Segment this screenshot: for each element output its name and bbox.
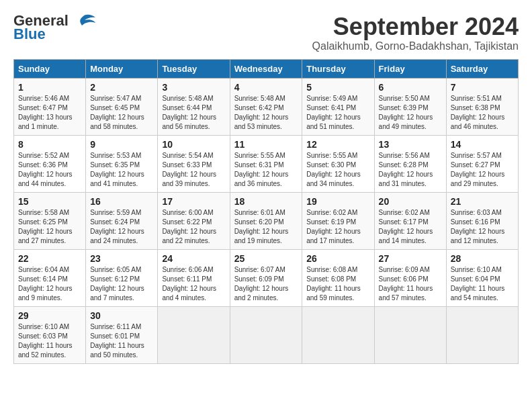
calendar-cell: 22Sunrise: 6:04 AM Sunset: 6:14 PM Dayli… bbox=[14, 249, 86, 306]
day-info: Sunrise: 6:00 AM Sunset: 6:22 PM Dayligh… bbox=[162, 208, 225, 246]
day-number: 4 bbox=[234, 82, 298, 93]
calendar-cell: 9Sunrise: 5:53 AM Sunset: 6:35 PM Daylig… bbox=[86, 135, 158, 192]
weekday-header-row: SundayMondayTuesdayWednesdayThursdayFrid… bbox=[14, 59, 519, 78]
day-info: Sunrise: 5:51 AM Sunset: 6:38 PM Dayligh… bbox=[451, 94, 514, 132]
day-number: 9 bbox=[90, 139, 153, 150]
calendar-cell: 24Sunrise: 6:06 AM Sunset: 6:11 PM Dayli… bbox=[158, 249, 230, 306]
day-number: 24 bbox=[162, 253, 225, 264]
calendar-cell: 15Sunrise: 5:58 AM Sunset: 6:25 PM Dayli… bbox=[14, 192, 86, 249]
day-info: Sunrise: 5:57 AM Sunset: 6:27 PM Dayligh… bbox=[451, 151, 514, 189]
day-number: 16 bbox=[90, 196, 153, 207]
day-info: Sunrise: 6:02 AM Sunset: 6:19 PM Dayligh… bbox=[306, 208, 369, 246]
day-info: Sunrise: 5:53 AM Sunset: 6:35 PM Dayligh… bbox=[90, 151, 153, 189]
location: Qalaikhumb, Gorno-Badakhshan, Tajikistan bbox=[312, 40, 519, 52]
calendar-cell: 1Sunrise: 5:46 AM Sunset: 6:47 PM Daylig… bbox=[14, 78, 86, 135]
month-title: September 2024 bbox=[312, 13, 519, 40]
day-info: Sunrise: 5:56 AM Sunset: 6:28 PM Dayligh… bbox=[379, 151, 442, 189]
calendar-cell: 6Sunrise: 5:50 AM Sunset: 6:39 PM Daylig… bbox=[374, 78, 446, 135]
calendar-cell: 4Sunrise: 5:48 AM Sunset: 6:42 PM Daylig… bbox=[230, 78, 302, 135]
day-info: Sunrise: 5:50 AM Sunset: 6:39 PM Dayligh… bbox=[379, 94, 442, 132]
calendar-cell: 18Sunrise: 6:01 AM Sunset: 6:20 PM Dayli… bbox=[230, 192, 302, 249]
day-info: Sunrise: 6:11 AM Sunset: 6:01 PM Dayligh… bbox=[90, 322, 153, 360]
day-info: Sunrise: 5:58 AM Sunset: 6:25 PM Dayligh… bbox=[18, 208, 81, 246]
calendar-cell: 20Sunrise: 6:02 AM Sunset: 6:17 PM Dayli… bbox=[374, 192, 446, 249]
day-info: Sunrise: 6:01 AM Sunset: 6:20 PM Dayligh… bbox=[234, 208, 298, 246]
day-info: Sunrise: 5:48 AM Sunset: 6:44 PM Dayligh… bbox=[162, 94, 225, 132]
day-number: 26 bbox=[306, 253, 369, 264]
calendar-cell bbox=[158, 306, 230, 363]
logo-bird-icon bbox=[71, 13, 95, 28]
calendar-cell: 26Sunrise: 6:08 AM Sunset: 6:08 PM Dayli… bbox=[302, 249, 374, 306]
day-info: Sunrise: 6:05 AM Sunset: 6:12 PM Dayligh… bbox=[90, 265, 153, 303]
calendar-body: 1Sunrise: 5:46 AM Sunset: 6:47 PM Daylig… bbox=[14, 78, 519, 363]
day-number: 23 bbox=[90, 253, 153, 264]
day-number: 27 bbox=[379, 253, 442, 264]
day-number: 18 bbox=[234, 196, 298, 207]
calendar-cell: 19Sunrise: 6:02 AM Sunset: 6:19 PM Dayli… bbox=[302, 192, 374, 249]
day-number: 22 bbox=[18, 253, 81, 264]
day-info: Sunrise: 5:46 AM Sunset: 6:47 PM Dayligh… bbox=[18, 94, 81, 132]
day-number: 14 bbox=[451, 139, 514, 150]
calendar-cell bbox=[302, 306, 374, 363]
calendar-cell: 11Sunrise: 5:55 AM Sunset: 6:31 PM Dayli… bbox=[230, 135, 302, 192]
weekday-header-saturday: Saturday bbox=[446, 59, 518, 78]
day-number: 8 bbox=[18, 139, 81, 150]
day-info: Sunrise: 5:55 AM Sunset: 6:30 PM Dayligh… bbox=[306, 151, 369, 189]
day-number: 15 bbox=[18, 196, 81, 207]
calendar-cell: 23Sunrise: 6:05 AM Sunset: 6:12 PM Dayli… bbox=[86, 249, 158, 306]
calendar-cell: 27Sunrise: 6:09 AM Sunset: 6:06 PM Dayli… bbox=[374, 249, 446, 306]
calendar-cell: 13Sunrise: 5:56 AM Sunset: 6:28 PM Dayli… bbox=[374, 135, 446, 192]
calendar-cell: 25Sunrise: 6:07 AM Sunset: 6:09 PM Dayli… bbox=[230, 249, 302, 306]
day-info: Sunrise: 5:52 AM Sunset: 6:36 PM Dayligh… bbox=[18, 151, 81, 189]
day-number: 17 bbox=[162, 196, 225, 207]
day-number: 29 bbox=[18, 310, 81, 321]
day-number: 5 bbox=[306, 82, 369, 93]
day-info: Sunrise: 6:10 AM Sunset: 6:03 PM Dayligh… bbox=[18, 322, 81, 360]
day-info: Sunrise: 5:49 AM Sunset: 6:41 PM Dayligh… bbox=[306, 94, 369, 132]
page-header: General Blue September 2024 Qalaikhumb, … bbox=[13, 13, 519, 52]
day-info: Sunrise: 6:09 AM Sunset: 6:06 PM Dayligh… bbox=[379, 265, 442, 303]
day-info: Sunrise: 6:04 AM Sunset: 6:14 PM Dayligh… bbox=[18, 265, 81, 303]
day-info: Sunrise: 5:47 AM Sunset: 6:45 PM Dayligh… bbox=[90, 94, 153, 132]
day-info: Sunrise: 6:08 AM Sunset: 6:08 PM Dayligh… bbox=[306, 265, 369, 303]
week-row-4: 22Sunrise: 6:04 AM Sunset: 6:14 PM Dayli… bbox=[14, 249, 519, 306]
logo-blue-text: Blue bbox=[13, 27, 46, 42]
week-row-1: 1Sunrise: 5:46 AM Sunset: 6:47 PM Daylig… bbox=[14, 78, 519, 135]
day-number: 10 bbox=[162, 139, 225, 150]
calendar-cell: 8Sunrise: 5:52 AM Sunset: 6:36 PM Daylig… bbox=[14, 135, 86, 192]
calendar-cell: 3Sunrise: 5:48 AM Sunset: 6:44 PM Daylig… bbox=[158, 78, 230, 135]
calendar-cell: 21Sunrise: 6:03 AM Sunset: 6:16 PM Dayli… bbox=[446, 192, 518, 249]
calendar-cell: 28Sunrise: 6:10 AM Sunset: 6:04 PM Dayli… bbox=[446, 249, 518, 306]
day-number: 2 bbox=[90, 82, 153, 93]
day-number: 3 bbox=[162, 82, 225, 93]
logo: General Blue bbox=[13, 13, 95, 42]
calendar-cell bbox=[230, 306, 302, 363]
day-number: 28 bbox=[451, 253, 514, 264]
day-info: Sunrise: 5:48 AM Sunset: 6:42 PM Dayligh… bbox=[234, 94, 298, 132]
day-info: Sunrise: 6:02 AM Sunset: 6:17 PM Dayligh… bbox=[379, 208, 442, 246]
calendar-cell bbox=[446, 306, 518, 363]
calendar-cell: 12Sunrise: 5:55 AM Sunset: 6:30 PM Dayli… bbox=[302, 135, 374, 192]
weekday-header-wednesday: Wednesday bbox=[230, 59, 302, 78]
day-info: Sunrise: 6:06 AM Sunset: 6:11 PM Dayligh… bbox=[162, 265, 225, 303]
weekday-header-tuesday: Tuesday bbox=[158, 59, 230, 78]
calendar-cell: 7Sunrise: 5:51 AM Sunset: 6:38 PM Daylig… bbox=[446, 78, 518, 135]
calendar-cell: 30Sunrise: 6:11 AM Sunset: 6:01 PM Dayli… bbox=[86, 306, 158, 363]
day-info: Sunrise: 5:54 AM Sunset: 6:33 PM Dayligh… bbox=[162, 151, 225, 189]
day-info: Sunrise: 6:10 AM Sunset: 6:04 PM Dayligh… bbox=[451, 265, 514, 303]
day-number: 7 bbox=[451, 82, 514, 93]
calendar-cell: 16Sunrise: 5:59 AM Sunset: 6:24 PM Dayli… bbox=[86, 192, 158, 249]
day-info: Sunrise: 5:59 AM Sunset: 6:24 PM Dayligh… bbox=[90, 208, 153, 246]
day-info: Sunrise: 5:55 AM Sunset: 6:31 PM Dayligh… bbox=[234, 151, 298, 189]
calendar-cell: 2Sunrise: 5:47 AM Sunset: 6:45 PM Daylig… bbox=[86, 78, 158, 135]
calendar-cell: 10Sunrise: 5:54 AM Sunset: 6:33 PM Dayli… bbox=[158, 135, 230, 192]
calendar-cell bbox=[374, 306, 446, 363]
weekday-header-sunday: Sunday bbox=[14, 59, 86, 78]
day-number: 20 bbox=[379, 196, 442, 207]
day-number: 11 bbox=[234, 139, 298, 150]
day-number: 30 bbox=[90, 310, 153, 321]
day-number: 21 bbox=[451, 196, 514, 207]
calendar-table: SundayMondayTuesdayWednesdayThursdayFrid… bbox=[13, 59, 519, 364]
calendar-cell: 17Sunrise: 6:00 AM Sunset: 6:22 PM Dayli… bbox=[158, 192, 230, 249]
title-area: September 2024 Qalaikhumb, Gorno-Badakhs… bbox=[312, 13, 519, 52]
